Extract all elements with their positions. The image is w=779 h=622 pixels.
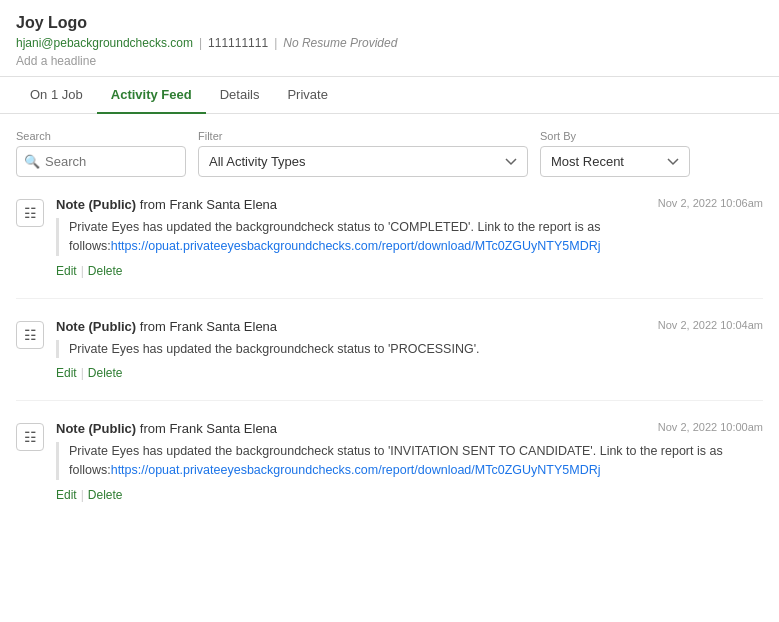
email-link[interactable]: hjani@pebackgroundchecks.com <box>16 36 193 50</box>
edit-button[interactable]: Edit <box>56 488 77 502</box>
activity-timestamp: Nov 2, 2022 10:00am <box>658 421 763 433</box>
activity-icon: ☷ <box>16 321 44 349</box>
sort-select[interactable]: Most Recent Oldest First <box>540 146 690 177</box>
candidate-id: 111111111 <box>208 36 268 50</box>
filter-label: Filter <box>198 130 528 142</box>
tab-details[interactable]: Details <box>206 77 274 114</box>
content-area: Search 🔍 Filter All Activity Types Notes… <box>0 114 779 622</box>
activity-content: Private Eyes has updated the backgroundc… <box>56 442 763 480</box>
activity-title-rest: from Frank Santa Elena <box>136 197 277 212</box>
action-separator: | <box>81 488 84 502</box>
activity-title: Note (Public) from Frank Santa Elena <box>56 319 277 334</box>
search-label: Search <box>16 130 186 142</box>
filter-bar: Search 🔍 Filter All Activity Types Notes… <box>16 130 763 177</box>
activity-item: ☷ Note (Public) from Frank Santa Elena N… <box>16 319 763 402</box>
tab-activity-feed[interactable]: Activity Feed <box>97 77 206 114</box>
tab-on-1-job[interactable]: On 1 Job <box>16 77 97 114</box>
activity-actions: Edit | Delete <box>56 264 763 278</box>
activity-title-rest: from Frank Santa Elena <box>136 421 277 436</box>
search-input[interactable] <box>16 146 186 177</box>
activity-title: Note (Public) from Frank Santa Elena <box>56 421 277 436</box>
edit-button[interactable]: Edit <box>56 264 77 278</box>
activity-text: Private Eyes has updated the backgroundc… <box>69 342 480 356</box>
activity-header-row: Note (Public) from Frank Santa Elena Nov… <box>56 319 763 334</box>
activity-title-bold: Note (Public) <box>56 421 136 436</box>
activity-link[interactable]: https://opuat.privateeyesbackgroundcheck… <box>111 463 601 477</box>
activity-title-rest: from Frank Santa Elena <box>136 319 277 334</box>
header: Joy Logo hjani@pebackgroundchecks.com | … <box>0 0 779 77</box>
action-separator: | <box>81 366 84 380</box>
sort-label: Sort By <box>540 130 690 142</box>
activity-timestamp: Nov 2, 2022 10:04am <box>658 319 763 331</box>
activity-header-row: Note (Public) from Frank Santa Elena Nov… <box>56 421 763 436</box>
search-group: Search 🔍 <box>16 130 186 177</box>
activity-actions: Edit | Delete <box>56 488 763 502</box>
meta-divider2: | <box>274 36 277 50</box>
header-meta: hjani@pebackgroundchecks.com | 111111111… <box>16 36 763 50</box>
search-icon: 🔍 <box>24 154 40 169</box>
activity-content: Private Eyes has updated the backgroundc… <box>56 218 763 256</box>
meta-divider: | <box>199 36 202 50</box>
logo: Joy Logo <box>16 14 763 32</box>
edit-button[interactable]: Edit <box>56 366 77 380</box>
activity-item: ☷ Note (Public) from Frank Santa Elena N… <box>16 421 763 522</box>
activity-item: ☷ Note (Public) from Frank Santa Elena N… <box>16 197 763 299</box>
activity-header-row: Note (Public) from Frank Santa Elena Nov… <box>56 197 763 212</box>
activity-list: ☷ Note (Public) from Frank Santa Elena N… <box>16 197 763 522</box>
search-input-wrapper: 🔍 <box>16 146 186 177</box>
delete-button[interactable]: Delete <box>88 488 123 502</box>
action-separator: | <box>81 264 84 278</box>
tab-private[interactable]: Private <box>273 77 341 114</box>
activity-body: Note (Public) from Frank Santa Elena Nov… <box>56 421 763 502</box>
activity-body: Note (Public) from Frank Santa Elena Nov… <box>56 197 763 278</box>
activity-link[interactable]: https://opuat.privateeyesbackgroundcheck… <box>111 239 601 253</box>
delete-button[interactable]: Delete <box>88 264 123 278</box>
delete-button[interactable]: Delete <box>88 366 123 380</box>
filter-group: Filter All Activity Types Notes Emails C… <box>198 130 528 177</box>
activity-body: Note (Public) from Frank Santa Elena Nov… <box>56 319 763 381</box>
headline-placeholder[interactable]: Add a headline <box>16 54 763 68</box>
tabs: On 1 Job Activity Feed Details Private <box>0 77 779 114</box>
activity-title-bold: Note (Public) <box>56 319 136 334</box>
activity-title-bold: Note (Public) <box>56 197 136 212</box>
activity-icon: ☷ <box>16 423 44 451</box>
sort-group: Sort By Most Recent Oldest First <box>540 130 690 177</box>
activity-title: Note (Public) from Frank Santa Elena <box>56 197 277 212</box>
activity-icon: ☷ <box>16 199 44 227</box>
no-resume: No Resume Provided <box>283 36 397 50</box>
activity-actions: Edit | Delete <box>56 366 763 380</box>
activity-content: Private Eyes has updated the backgroundc… <box>56 340 763 359</box>
app-container: Joy Logo hjani@pebackgroundchecks.com | … <box>0 0 779 622</box>
activity-timestamp: Nov 2, 2022 10:06am <box>658 197 763 209</box>
activity-type-filter[interactable]: All Activity Types Notes Emails Calls <box>198 146 528 177</box>
